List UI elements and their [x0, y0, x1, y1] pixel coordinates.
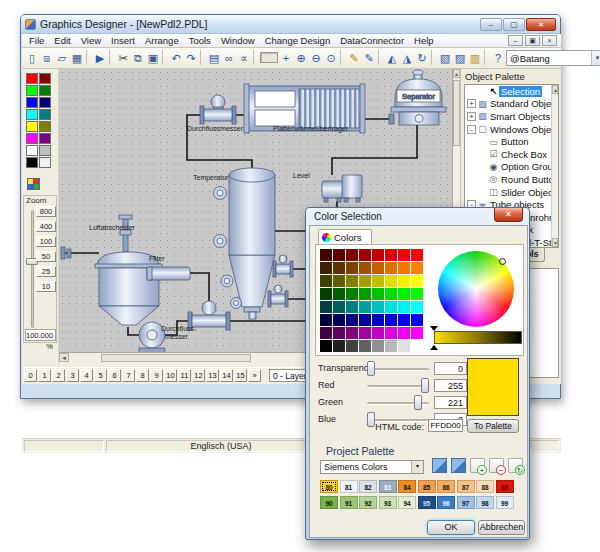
scroll-down-icon[interactable]: ▼	[552, 238, 558, 247]
grid-color-swatch[interactable]	[359, 327, 371, 339]
menu-item[interactable]: View	[76, 35, 106, 46]
project-color-swatch[interactable]: 85	[418, 480, 436, 493]
canvas-label[interactable]: messer	[165, 333, 188, 340]
zoom-in-icon[interactable]: ⊕	[294, 50, 308, 66]
to-palette-button[interactable]: To Palette	[467, 419, 519, 433]
project-color-swatch[interactable]: 86	[437, 480, 455, 493]
palette-color-swatch[interactable]	[26, 109, 38, 120]
grid-color-swatch[interactable]	[411, 275, 423, 287]
close-button[interactable]: ×	[526, 18, 556, 31]
flip-horizontal-icon[interactable]: ◭	[385, 50, 399, 66]
project-color-swatch[interactable]: 89	[496, 480, 514, 493]
palette-color-swatch[interactable]	[26, 145, 38, 156]
project-color-swatch[interactable]: 84	[398, 480, 416, 493]
menu-item[interactable]: DataConnector	[335, 35, 409, 46]
grid-color-swatch[interactable]	[372, 249, 384, 261]
menu-item[interactable]: Window	[216, 35, 260, 46]
unlink-icon[interactable]: ∝	[237, 50, 251, 66]
layer-button[interactable]: 5	[94, 369, 107, 382]
project-color-swatch[interactable]: 90	[320, 496, 338, 509]
grid-color-swatch[interactable]	[359, 301, 371, 313]
chevron-down-icon[interactable]: ▾	[411, 461, 423, 473]
grid-color-swatch[interactable]	[398, 314, 410, 326]
palette-color-swatch[interactable]	[39, 121, 51, 132]
grid-color-swatch[interactable]	[398, 288, 410, 300]
project-color-swatch[interactable]: 92	[359, 496, 377, 509]
slider-thumb[interactable]	[367, 361, 375, 376]
tree-toggle[interactable]: +	[467, 112, 476, 121]
project-color-swatch[interactable]: 95	[418, 496, 436, 509]
separator-vessel[interactable]: Separator	[389, 70, 446, 125]
html-code-input[interactable]	[428, 419, 463, 432]
reload-palette-icon[interactable]: ↻	[508, 458, 523, 473]
slider-thumb[interactable]	[414, 395, 422, 410]
scroll-left-icon[interactable]: ◄	[59, 353, 69, 362]
color-wheel-marker[interactable]	[499, 258, 506, 265]
main-tank[interactable]	[214, 168, 294, 319]
canvas-label[interactable]: Durchfluss-	[161, 325, 196, 332]
grid-icon[interactable]: ▥	[468, 50, 482, 66]
grid-color-swatch[interactable]	[385, 275, 397, 287]
layer-more-button[interactable]: »	[248, 369, 261, 382]
project-color-swatch[interactable]: 82	[359, 480, 377, 493]
layer-button[interactable]: 7	[122, 369, 135, 382]
layer-button[interactable]: 11	[178, 369, 191, 382]
toolbar-icon[interactable]	[253, 50, 258, 65]
slider-value[interactable]: 255	[434, 379, 467, 392]
layer-button[interactable]: 0	[24, 369, 37, 382]
canvas-label[interactable]: Level	[293, 172, 310, 179]
grid-color-swatch[interactable]	[320, 275, 332, 287]
import-palette-icon[interactable]	[451, 458, 466, 473]
grid-color-swatch[interactable]	[385, 314, 397, 326]
grid-color-swatch[interactable]	[385, 327, 397, 339]
ok-button[interactable]: OK	[427, 520, 475, 535]
project-color-swatch[interactable]: 81	[340, 480, 358, 493]
tree-scrollbar[interactable]: ▲ ▼	[551, 85, 558, 247]
horizontal-scroll-thumb[interactable]	[101, 354, 251, 362]
custom-color-picker-icon[interactable]	[27, 178, 40, 190]
brightness-marker-top-icon[interactable]	[430, 326, 438, 331]
brightness-bar[interactable]	[434, 331, 522, 344]
menu-item[interactable]: Arrange	[140, 35, 184, 46]
toolbar-icon[interactable]	[109, 50, 114, 65]
grid-color-swatch[interactable]	[346, 249, 358, 261]
canvas-label[interactable]: Plattenwärmeübertrager	[273, 125, 348, 132]
toolbar-icon[interactable]	[484, 50, 489, 65]
zoom-preset-button[interactable]: 25	[36, 266, 56, 277]
minimize-button[interactable]: –	[480, 18, 502, 31]
layer-button[interactable]: 2	[52, 369, 65, 382]
zoom-out-icon[interactable]: ⊖	[309, 50, 323, 66]
tree-item[interactable]: Slider Object	[465, 186, 558, 199]
grid-color-swatch[interactable]	[372, 301, 384, 313]
project-color-swatch[interactable]: 87	[457, 480, 475, 493]
brightness-marker-bottom-icon[interactable]	[430, 345, 438, 350]
palette-color-swatch[interactable]	[39, 133, 51, 144]
slider-track[interactable]	[367, 368, 429, 371]
print-icon[interactable]: ▤	[207, 50, 221, 66]
grid-color-swatch[interactable]	[320, 340, 332, 352]
layer-button[interactable]: 14	[220, 369, 233, 382]
redo-icon[interactable]: ↷	[184, 50, 198, 66]
palette-color-swatch[interactable]	[39, 73, 51, 84]
menu-item[interactable]: Help	[409, 35, 439, 46]
grid-color-swatch[interactable]	[333, 327, 345, 339]
grid-color-swatch[interactable]	[385, 301, 397, 313]
zoom-preset-button[interactable]: 10	[36, 281, 56, 292]
grid-color-swatch[interactable]	[346, 314, 358, 326]
tree-item[interactable]: - Windows Objects	[465, 123, 558, 136]
zoom-preset-button[interactable]: 50	[36, 251, 56, 262]
chevron-down-icon[interactable]: ▾	[591, 51, 600, 65]
layer-button[interactable]: 4	[80, 369, 93, 382]
tree-item[interactable]: + Smart Objects	[465, 110, 558, 123]
project-color-swatch[interactable]: 99	[496, 496, 514, 509]
zoom-area-icon[interactable]: ⊙	[324, 50, 338, 66]
layer-button[interactable]: 10	[164, 369, 177, 382]
window-titlebar[interactable]: Graphics Designer - [NewPdl2.PDL] – ▢ ×	[21, 15, 560, 34]
tree-toggle[interactable]: +	[467, 99, 476, 108]
palette-color-swatch[interactable]	[26, 133, 38, 144]
export-palette-icon[interactable]	[432, 458, 447, 473]
save-icon[interactable]: ▦	[70, 50, 84, 66]
slider-value[interactable]: 0	[434, 362, 467, 375]
grid-color-swatch[interactable]	[359, 314, 371, 326]
tree-toggle[interactable]: -	[467, 125, 476, 134]
